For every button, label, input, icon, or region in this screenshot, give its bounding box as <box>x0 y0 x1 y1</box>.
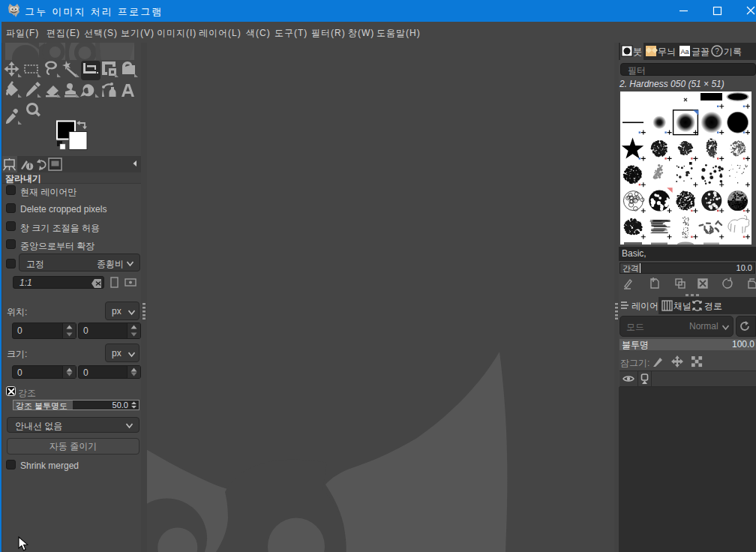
svg-text:?: ? <box>715 47 719 56</box>
svg-text:Aa: Aa <box>681 48 689 56</box>
